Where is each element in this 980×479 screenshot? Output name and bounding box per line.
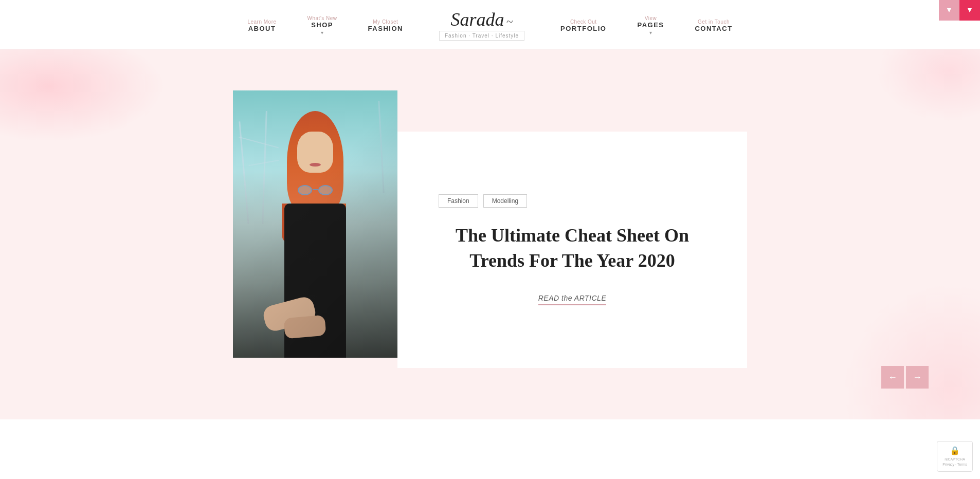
corner-buttons: ▼ ▼: [939, 0, 980, 21]
nav-label-fashion: My Closet: [368, 19, 403, 25]
nav-bar: Learn More ABOUT What's New SHOP ▾ My Cl…: [0, 10, 980, 41]
slide-container: Fashion Modelling The Ultimate Cheat She…: [0, 49, 980, 409]
nav-main-portfolio: PORTFOLIO: [560, 25, 606, 32]
nav-arrow-shop: ▾: [307, 30, 337, 35]
portrait-face: [297, 132, 333, 173]
tags-row: Fashion Modelling: [439, 194, 706, 208]
nav-item-about[interactable]: Learn More ABOUT: [232, 19, 292, 32]
nav-main-contact: CONTACT: [695, 25, 732, 32]
portrait-lips: [310, 163, 321, 167]
nav-label-pages: View: [637, 15, 664, 21]
main-nav: Learn More ABOUT What's New SHOP ▾ My Cl…: [0, 0, 980, 46]
nav-item-fashion[interactable]: My Closet FASHION: [353, 19, 419, 32]
glass-left: [298, 185, 312, 195]
portrait-lighting: [233, 90, 397, 358]
nav-item-contact[interactable]: Get in Touch CONTACT: [679, 19, 748, 32]
article-card: Fashion Modelling The Ultimate Cheat She…: [233, 90, 747, 368]
nav-label-portfolio: Check Out: [560, 19, 606, 25]
tag-modelling[interactable]: Modelling: [483, 194, 527, 208]
next-slide-button[interactable]: →: [906, 366, 929, 389]
tag-fashion[interactable]: Fashion: [439, 194, 478, 208]
nav-main-fashion: FASHION: [368, 25, 403, 32]
glass-right: [318, 185, 333, 195]
nav-label-shop: What's New: [307, 15, 337, 21]
read-article-link[interactable]: READ the ARTICLE: [538, 294, 607, 305]
nav-label-about: Learn More: [247, 19, 276, 25]
search-button[interactable]: ▼: [959, 0, 980, 21]
header: Learn More ABOUT What's New SHOP ▾ My Cl…: [0, 0, 980, 49]
hero-section: Fashion Modelling The Ultimate Cheat She…: [0, 49, 980, 419]
portrait-glasses: [297, 185, 334, 196]
card-image-wrap: [233, 90, 428, 368]
envelope-button[interactable]: ▼: [939, 0, 959, 21]
glass-bridge: [313, 189, 318, 190]
card-content: Fashion Modelling The Ultimate Cheat She…: [397, 132, 747, 368]
nav-main-pages: PAGES: [637, 21, 664, 29]
slide-nav: ← →: [881, 366, 929, 389]
nav-item-pages[interactable]: View PAGES ▾: [622, 15, 679, 35]
logo-subtitle: Fashion · Travel · Lifestyle: [439, 31, 524, 41]
logo-title: Sarada: [439, 10, 524, 29]
nav-item-portfolio[interactable]: Check Out PORTFOLIO: [545, 19, 622, 32]
nav-label-contact: Get in Touch: [695, 19, 732, 25]
portrait-image: [233, 90, 397, 358]
nav-arrow-pages: ▾: [637, 30, 664, 35]
nav-main-about: ABOUT: [247, 25, 276, 32]
nav-item-shop[interactable]: What's New SHOP ▾: [292, 15, 353, 35]
nav-main-shop: SHOP: [307, 21, 337, 29]
prev-slide-button[interactable]: ←: [881, 366, 904, 389]
logo[interactable]: Sarada Fashion · Travel · Lifestyle: [419, 10, 545, 41]
article-title: The Ultimate Cheat Sheet On Trends For T…: [439, 223, 706, 273]
